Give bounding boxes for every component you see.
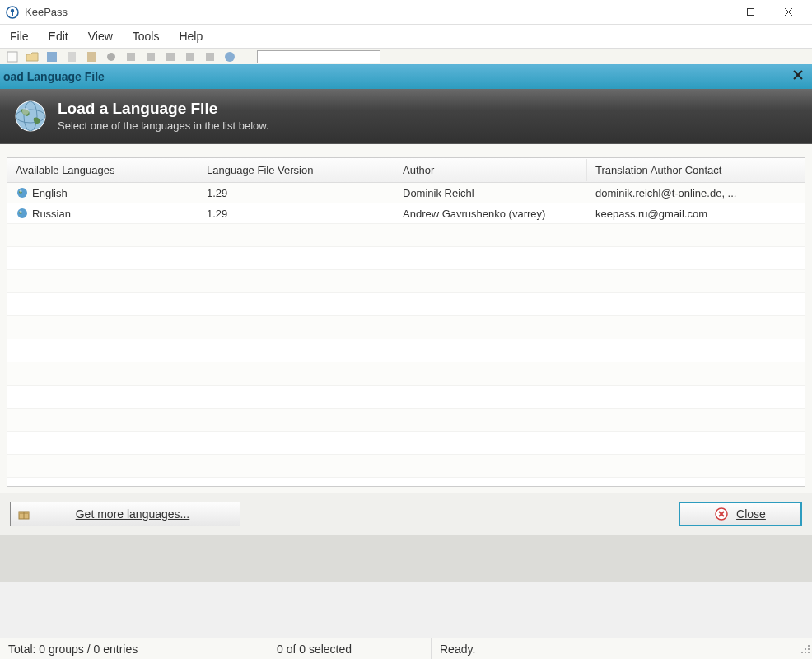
svg-rect-9: [68, 52, 76, 62]
svg-point-20: [16, 101, 45, 131]
toolbar-icon-6[interactable]: [102, 49, 120, 65]
status-ready: Ready.: [432, 638, 799, 659]
empty-row: [7, 386, 805, 409]
status-total: Total: 0 groups / 0 entries: [0, 638, 268, 659]
cell-language: Russian: [7, 205, 198, 222]
toolbar-icon-9[interactable]: [161, 49, 180, 65]
svg-rect-10: [87, 52, 96, 62]
get-more-languages-button[interactable]: Get more languages...: [10, 502, 240, 526]
close-label: Close: [736, 507, 766, 521]
get-more-label: Get more languages...: [39, 507, 226, 521]
dialog-header-title: Load a Language File: [58, 100, 269, 118]
svg-point-35: [805, 648, 806, 650]
svg-point-23: [22, 108, 29, 115]
language-name: English: [32, 187, 68, 199]
globe-large-icon: [13, 99, 48, 133]
cell-author: Dominik Reichl: [394, 185, 587, 201]
toolbar-icon-4[interactable]: [63, 49, 81, 65]
toolbar-icon-7[interactable]: [122, 49, 140, 65]
search-input[interactable]: [257, 50, 380, 63]
column-author[interactable]: Author: [394, 159, 587, 181]
svg-rect-7: [7, 52, 17, 62]
language-list: Available Languages Language File Versio…: [7, 157, 805, 487]
svg-rect-12: [127, 53, 135, 61]
minimize-button[interactable]: [693, 0, 731, 25]
toolbar: [0, 48, 812, 64]
svg-rect-16: [206, 53, 214, 61]
empty-row: [7, 247, 805, 270]
dialog-header-text: Load a Language File Select one of the l…: [58, 100, 269, 132]
toolbar-icon-11[interactable]: [201, 49, 219, 65]
svg-point-39: [808, 652, 810, 653]
bottom-panel: [0, 535, 812, 582]
cell-contact: dominik.reichl@t-online.de, ...: [587, 185, 805, 201]
list-row[interactable]: Russian 1.29 Andrew Gavrushenko (varrey)…: [7, 203, 805, 224]
dialog-buttons: Get more languages... Close: [0, 493, 812, 535]
svg-point-17: [225, 52, 235, 62]
empty-row: [7, 270, 805, 293]
language-name: Russian: [32, 208, 71, 220]
svg-rect-13: [147, 53, 155, 61]
globe-small-icon: [16, 186, 29, 199]
menu-tools[interactable]: Tools: [123, 26, 170, 46]
svg-point-37: [801, 652, 803, 653]
empty-row: [7, 362, 805, 386]
svg-point-36: [808, 648, 810, 650]
status-selected: 0 of 0 selected: [268, 638, 432, 659]
svg-rect-2: [12, 12, 13, 16]
dialog-header: Load a Language File Select one of the l…: [0, 89, 812, 144]
empty-row: [7, 224, 805, 247]
svg-point-25: [20, 190, 22, 193]
menu-help[interactable]: Help: [169, 26, 212, 46]
cell-author: Andrew Gavrushenko (varrey): [394, 206, 587, 222]
toolbar-icon-8[interactable]: [142, 49, 160, 65]
titlebar: KeePass: [0, 0, 812, 25]
empty-row: [7, 293, 805, 316]
menu-file[interactable]: File: [3, 26, 39, 46]
open-icon[interactable]: [23, 49, 41, 65]
app-title: KeePass: [25, 6, 693, 18]
dialog-titlebar: oad Language File: [0, 64, 812, 89]
save-icon[interactable]: [43, 49, 61, 65]
menubar: File Edit View Tools Help: [0, 25, 812, 48]
app-icon: [5, 5, 20, 20]
globe-small-icon: [16, 207, 29, 220]
package-icon: [17, 507, 30, 521]
dialog-titlebar-text: oad Language File: [3, 70, 105, 83]
menu-view[interactable]: View: [78, 26, 123, 46]
new-icon[interactable]: [3, 49, 21, 65]
dialog-close-button[interactable]: [792, 69, 804, 84]
svg-point-27: [20, 211, 22, 213]
svg-rect-15: [186, 53, 194, 61]
empty-row: [7, 316, 805, 339]
toolbar-icon-10[interactable]: [181, 49, 199, 65]
close-dialog-button[interactable]: Close: [679, 502, 802, 526]
empty-row: [7, 455, 805, 478]
svg-rect-4: [747, 9, 754, 16]
svg-point-34: [808, 645, 810, 647]
list-row[interactable]: English 1.29 Dominik Reichl dominik.reic…: [7, 183, 805, 203]
toolbar-icon-5[interactable]: [82, 49, 100, 65]
cell-language: English: [7, 185, 198, 201]
svg-point-11: [107, 53, 115, 61]
column-contact[interactable]: Translation Author Contact: [587, 159, 805, 181]
column-version[interactable]: Language File Version: [198, 159, 394, 181]
dialog-header-subtitle: Select one of the languages in the list …: [58, 119, 269, 132]
empty-row: [7, 432, 805, 455]
cell-version: 1.29: [198, 185, 394, 201]
list-body: English 1.29 Dominik Reichl dominik.reic…: [7, 183, 805, 478]
maximize-button[interactable]: [731, 0, 769, 25]
statusbar: Total: 0 groups / 0 entries 0 of 0 selec…: [0, 638, 812, 659]
column-language[interactable]: Available Languages: [7, 159, 198, 181]
menu-edit[interactable]: Edit: [39, 26, 78, 46]
svg-rect-14: [166, 53, 175, 61]
list-container: Available Languages Language File Versio…: [0, 144, 812, 493]
close-button[interactable]: [769, 0, 807, 25]
resize-grip[interactable]: [799, 643, 812, 656]
list-header: Available Languages Language File Versio…: [7, 158, 805, 183]
cell-version: 1.29: [198, 206, 394, 222]
window-controls: [693, 0, 807, 25]
globe-icon[interactable]: [221, 49, 239, 65]
svg-point-38: [805, 652, 806, 653]
empty-row: [7, 409, 805, 432]
